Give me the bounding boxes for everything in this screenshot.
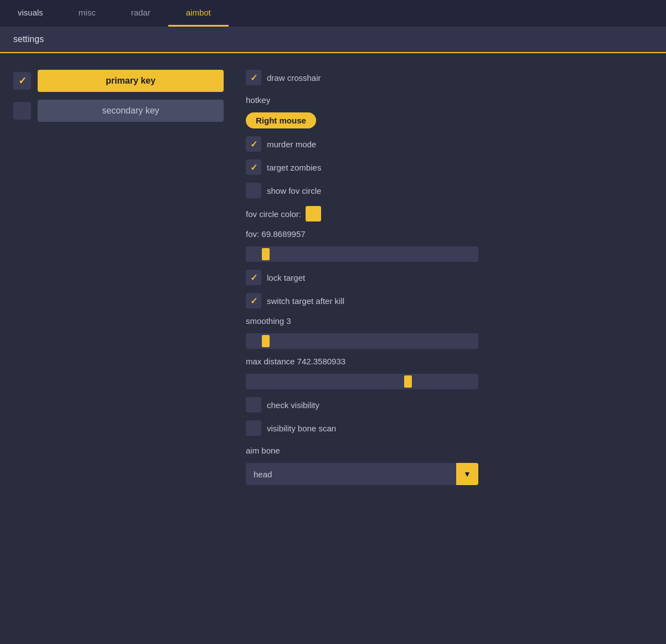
max-distance-slider-thumb[interactable] (404, 375, 412, 388)
fov-value-label: fov: 69.8689957 (246, 229, 653, 239)
nav-bar: visuals misc radar aimbot (0, 0, 666, 27)
lock-target-checkbox[interactable]: ✓ (246, 270, 261, 285)
show-fov-circle-row: show fov circle (246, 183, 653, 198)
check-visibility-checkbox[interactable] (246, 397, 261, 413)
smoothing-slider-thumb[interactable] (262, 335, 270, 347)
aim-bone-dropdown-row: head ▼ (246, 463, 478, 485)
primary-key-button[interactable]: primary key (38, 70, 224, 92)
hotkey-button-row: Right mouse (246, 112, 653, 128)
secondary-key-row: secondary key (13, 100, 224, 122)
target-zombies-checkmark: ✓ (250, 162, 257, 173)
murder-mode-row: ✓ murder mode (246, 136, 653, 152)
check-visibility-label: check visibility (267, 400, 319, 410)
section-header: settings (0, 27, 666, 53)
lock-target-checkmark: ✓ (250, 272, 257, 283)
primary-key-checkmark: ✓ (18, 75, 27, 87)
visibility-bone-scan-row: visibility bone scan (246, 420, 653, 436)
murder-mode-label: murder mode (267, 140, 316, 149)
right-column: ✓ draw crosshair hotkey Right mouse ✓ mu… (246, 70, 653, 485)
switch-target-checkbox[interactable]: ✓ (246, 293, 261, 308)
fov-slider-thumb[interactable] (262, 248, 270, 260)
switch-target-checkmark: ✓ (250, 296, 257, 306)
draw-crosshair-label: draw crosshair (267, 73, 321, 83)
hotkey-button[interactable]: Right mouse (246, 112, 316, 128)
visibility-bone-scan-checkbox[interactable] (246, 420, 261, 436)
max-distance-label: max distance 742.3580933 (246, 357, 653, 366)
show-fov-circle-label: show fov circle (267, 186, 321, 195)
lock-target-row: ✓ lock target (246, 270, 653, 285)
aim-bone-dropdown-arrow[interactable]: ▼ (456, 463, 478, 485)
chevron-down-icon: ▼ (463, 470, 471, 478)
tab-radar[interactable]: radar (113, 0, 168, 27)
lock-target-label: lock target (267, 273, 305, 282)
aim-bone-label: aim bone (246, 446, 653, 455)
max-distance-slider[interactable] (246, 374, 478, 389)
draw-crosshair-checkbox[interactable]: ✓ (246, 70, 261, 85)
aim-bone-dropdown-box[interactable]: head (246, 463, 456, 485)
tab-misc[interactable]: misc (61, 0, 113, 27)
hotkey-label: hotkey (246, 95, 653, 105)
smoothing-label: smoothing 3 (246, 316, 653, 326)
secondary-key-checkbox[interactable] (13, 102, 31, 120)
fov-color-row: fov circle color: (246, 206, 653, 221)
switch-target-row: ✓ switch target after kill (246, 293, 653, 308)
draw-crosshair-checkmark: ✓ (250, 73, 257, 83)
target-zombies-checkbox[interactable]: ✓ (246, 159, 261, 175)
show-fov-circle-checkbox[interactable] (246, 183, 261, 198)
murder-mode-checkmark: ✓ (250, 139, 257, 150)
tab-aimbot[interactable]: aimbot (168, 0, 229, 27)
murder-mode-checkbox[interactable]: ✓ (246, 136, 261, 152)
switch-target-label: switch target after kill (267, 296, 344, 306)
tab-visuals[interactable]: visuals (0, 0, 61, 27)
primary-key-row: ✓ primary key (13, 70, 224, 92)
visibility-bone-scan-label: visibility bone scan (267, 424, 336, 433)
check-visibility-row: check visibility (246, 397, 653, 413)
fov-color-label: fov circle color: (246, 209, 301, 219)
primary-key-checkbox[interactable]: ✓ (13, 72, 31, 90)
target-zombies-row: ✓ target zombies (246, 159, 653, 175)
aim-bone-value: head (254, 470, 272, 479)
left-column: ✓ primary key secondary key (13, 70, 224, 485)
secondary-key-button[interactable]: secondary key (38, 100, 224, 122)
smoothing-slider[interactable] (246, 333, 478, 349)
draw-crosshair-row: ✓ draw crosshair (246, 70, 653, 85)
main-content: ✓ primary key secondary key ✓ draw cross… (0, 53, 666, 502)
target-zombies-label: target zombies (267, 163, 321, 172)
fov-color-swatch[interactable] (306, 206, 321, 221)
fov-slider[interactable] (246, 246, 478, 262)
